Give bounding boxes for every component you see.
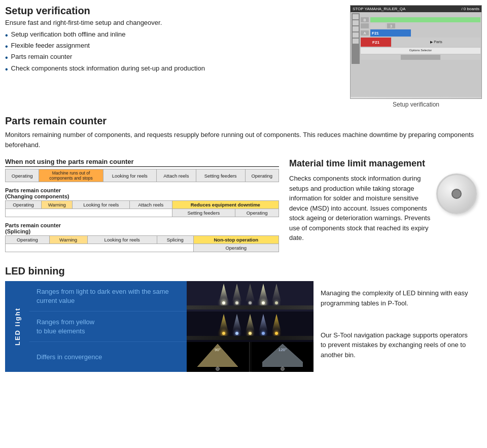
- prc-changing-table: Operating Warning Looking for reels Atta…: [5, 200, 279, 217]
- reel-circle: [436, 174, 477, 214]
- setup-title: Setup verification: [5, 5, 345, 17]
- table-row-2: Setting feeders Operating: [6, 209, 279, 217]
- table-row: Operating Warning Looking for reels Spli…: [6, 236, 279, 244]
- led-image-row-1: [187, 281, 314, 312]
- conv-bottom-90: 100lm: [213, 367, 223, 372]
- svg-text:120°: 120°: [278, 348, 287, 352]
- material-text: Checks components stock information duri…: [289, 174, 432, 243]
- parts-remain-desc: Monitors remaining number of components,…: [5, 130, 482, 150]
- bullet-text-4: Check components stock information durin…: [11, 64, 205, 72]
- conv-image-120: 120° 100lm: [252, 342, 314, 372]
- no-counter-table: Operating Machine runs out ofcomponents …: [5, 169, 279, 182]
- led-images: 90° 100lm 120°: [187, 281, 314, 372]
- bullet-2: • Flexible feeder assignment: [5, 42, 345, 51]
- bullet-4: • Check components stock information dur…: [5, 64, 345, 74]
- led-lights-1: [187, 281, 314, 312]
- led-sidebar-label: LED light: [14, 307, 21, 346]
- td-setting-2: Setting feeders: [172, 209, 235, 217]
- prc-splicing-table: Operating Warning Looking for reels Spli…: [5, 235, 279, 252]
- ss-topbar: STOP YAMAHA_RULER_QA / 0 boards: [351, 6, 481, 12]
- td-reduces: Reduces equipment downtime: [172, 201, 279, 209]
- page-container: Setup verification Ensure fast and right…: [0, 0, 487, 372]
- no-counter-title: When not using the parts remain counter: [5, 158, 279, 167]
- td-look-3: Looking for reels: [87, 236, 157, 244]
- td-empty: [6, 209, 172, 217]
- conv-svg-90: 90°: [197, 344, 238, 367]
- setup-text: Setup verification Ensure fast and right…: [5, 5, 345, 108]
- conv-svg-120: 120°: [262, 344, 303, 367]
- ss-row-1: B 3 A F21: [352, 13, 480, 64]
- setup-intro: Ensure fast and right-first-time setup a…: [5, 19, 345, 26]
- middle-section: When not using the parts remain counter …: [5, 158, 482, 257]
- td-looking: Looking for reels: [103, 169, 156, 182]
- led-desc-text-2: Ranges from yellowto blue elements: [37, 318, 94, 336]
- table-row: Operating Warning Looking for reels Atta…: [6, 201, 279, 209]
- ss-content: B 3 A F21: [351, 12, 481, 97]
- material-title: Material time limit management: [289, 158, 482, 169]
- bullet-3: • Parts remain counter: [5, 53, 345, 62]
- td-splice: Splicing: [157, 236, 193, 244]
- setup-screenshot: STOP YAMAHA_RULER_QA / 0 boards: [350, 5, 482, 108]
- material-col: Material time limit management Checks co…: [289, 158, 482, 257]
- led-image-row-3: 90° 100lm 120°: [187, 342, 314, 372]
- prc-changing-label: Parts remain counter(Changing components…: [5, 187, 279, 199]
- top-section: Setup verification Ensure fast and right…: [5, 5, 482, 108]
- led-desc-item-2: Ranges from yellowto blue elements: [29, 312, 187, 342]
- svg-text:90°: 90°: [215, 348, 221, 352]
- screenshot-caption: Setup verification: [350, 101, 482, 108]
- conv-circle-120: [281, 367, 285, 371]
- td-setting: Setting feeders: [196, 169, 245, 182]
- bullet-icon-3: •: [5, 53, 8, 62]
- td-warning: Warning: [42, 201, 73, 209]
- conv-circle-90: [216, 367, 220, 371]
- led-image-row-2: [187, 312, 314, 342]
- td-op-3: Operating: [6, 236, 50, 244]
- td-operating-2: Operating: [245, 169, 279, 182]
- led-sidebar: LED light: [5, 281, 29, 372]
- led-right-para-1: Managing the complexity of LED binning w…: [321, 288, 475, 308]
- table-row: Operating Machine runs out ofcomponents …: [6, 169, 279, 182]
- parts-remain-section: Parts remain counter Monitors remaining …: [5, 115, 482, 150]
- td-operating: Operating: [6, 169, 39, 182]
- reel-center: [451, 189, 462, 199]
- prc-splicing: Parts remain counter(Splicing) Operating…: [5, 222, 279, 252]
- table-row-3: Operating: [6, 244, 279, 252]
- td-attach-2: Attach reels: [130, 201, 172, 209]
- conv-label-120: 100lm: [277, 371, 287, 372]
- parts-remain-title: Parts remain counter: [5, 115, 482, 127]
- bullet-icon-4: •: [5, 64, 8, 74]
- td-operating-4: Operating: [193, 244, 279, 252]
- material-body: Checks components stock information duri…: [289, 174, 482, 243]
- led-descriptions: Ranges from light to dark even with the …: [29, 281, 187, 372]
- td-operating-3: Operating: [235, 209, 279, 217]
- setup-bullets: • Setup verification both offline and in…: [5, 30, 345, 74]
- conv-triangle-120: 120°: [254, 344, 312, 367]
- td-nonstop: Non-stop operation: [193, 236, 279, 244]
- no-counter-section: When not using the parts remain counter …: [5, 158, 279, 182]
- ss-boards-text: / 0 boards: [461, 7, 479, 11]
- led-right-text: Managing the complexity of LED binning w…: [314, 281, 482, 372]
- prc-changing: Parts remain counter(Changing components…: [5, 187, 279, 217]
- led-right-para-2: Our S-Tool navigation package supports o…: [321, 330, 475, 360]
- led-desc-item-1: Ranges from light to dark even with the …: [29, 281, 187, 312]
- bullet-text-2: Flexible feeder assignment: [11, 42, 90, 49]
- led-desc-text-1: Ranges from light to dark even with the …: [37, 287, 180, 305]
- led-title: LED binning: [5, 265, 482, 277]
- bullet-text-1: Setup verification both offline and inli…: [11, 30, 126, 38]
- reel-image: [436, 174, 482, 214]
- td-op-1: Operating: [6, 201, 42, 209]
- td-looking-2: Looking for reels: [73, 201, 130, 209]
- bullet-icon-2: •: [5, 42, 8, 51]
- td-warn-2: Warning: [49, 236, 87, 244]
- prc-splicing-label: Parts remain counter(Splicing): [5, 222, 279, 234]
- led-desc-item-3: Differs in convergence: [29, 342, 187, 372]
- bullet-text-3: Parts remain counter: [11, 53, 73, 60]
- td-runout: Machine runs out ofcomponents and stops: [39, 169, 103, 182]
- led-content: LED light Ranges from light to dark even…: [5, 281, 482, 372]
- bullet-1: • Setup verification both offline and in…: [5, 30, 345, 40]
- td-attach: Attach reels: [156, 169, 196, 182]
- led-desc-text-3: Differs in convergence: [37, 353, 102, 362]
- bullet-icon-1: •: [5, 30, 8, 40]
- td-empty-2: [6, 244, 194, 252]
- ss-topbar-text: STOP YAMAHA_RULER_QA: [353, 7, 405, 11]
